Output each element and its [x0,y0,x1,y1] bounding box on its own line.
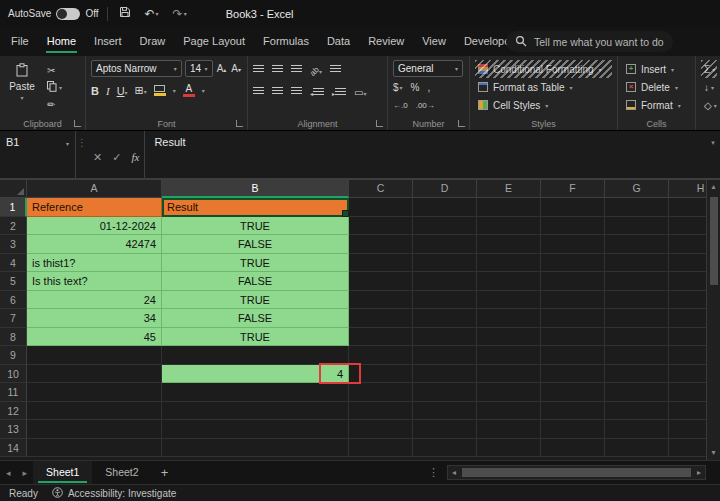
horizontal-scroll-thumb[interactable] [462,468,691,477]
percent-style-button[interactable]: % [411,82,420,93]
cell-b7[interactable]: FALSE [162,309,349,328]
align-right-icon[interactable] [291,87,302,95]
sheet-nav-left-icon[interactable]: ◂ [0,468,17,478]
paste-button[interactable]: Paste ▾ [5,60,39,116]
accounting-format-button[interactable]: $▾ [393,82,403,93]
cell-f3[interactable] [541,235,605,254]
cell-f11[interactable] [541,383,605,402]
formula-bar-expand-chevron[interactable]: ▾ [706,131,720,178]
cell-e2[interactable] [477,217,541,236]
underline-button[interactable]: U▾ [117,85,128,97]
cell-c4[interactable] [349,254,413,273]
cell-c6[interactable] [349,291,413,310]
cell-f14[interactable] [541,439,605,458]
column-header-e[interactable]: E [477,180,541,198]
tab-file[interactable]: File [2,27,38,56]
cell-e6[interactable] [477,291,541,310]
decrease-indent-button[interactable]: ◂ [310,82,324,100]
align-middle-icon[interactable] [272,65,283,73]
cell-c12[interactable] [349,402,413,421]
select-all-corner[interactable] [0,180,27,198]
merge-center-button[interactable]: ▭▾ [354,82,366,100]
cell-b14[interactable] [162,439,349,458]
cell-c9[interactable] [349,346,413,365]
row-header-8[interactable]: 8 [0,328,27,347]
column-header-b[interactable]: B [162,180,349,198]
cell-c2[interactable] [349,217,413,236]
undo-button[interactable]: ↶▾ [142,7,162,21]
horizontal-scrollbar[interactable]: ◂ ▸ [447,465,706,480]
cell-a12[interactable] [27,402,162,421]
cell-b12[interactable] [162,402,349,421]
cell-g2[interactable] [605,217,669,236]
align-top-icon[interactable] [253,65,264,73]
column-header-c[interactable]: C [349,180,413,198]
cell-c10[interactable] [349,365,413,384]
tab-home[interactable]: Home [38,27,85,56]
row-header-7[interactable]: 7 [0,309,27,328]
cell-d12[interactable] [413,402,477,421]
clear-button[interactable]: ◇▾ [701,96,717,114]
cell-a8[interactable]: 45 [27,328,162,347]
font-size-combobox[interactable]: 14 ▾ [185,60,213,77]
cell-e5[interactable] [477,272,541,291]
cell-f1[interactable] [541,198,605,217]
tab-formulas[interactable]: Formulas [254,27,318,56]
cell-e8[interactable] [477,328,541,347]
italic-button[interactable]: I [106,85,110,97]
sheet-tab-sheet2[interactable]: Sheet2 [92,461,151,484]
cell-e10[interactable] [477,365,541,384]
cell-c8[interactable] [349,328,413,347]
format-as-table-button[interactable]: Format as Table ▾ [475,78,612,96]
cell-b2[interactable]: TRUE [162,217,349,236]
cell-a1[interactable]: Reference [27,198,162,217]
status-mode[interactable]: Ready [9,488,38,499]
cell-b13[interactable] [162,420,349,439]
formula-bar-drag-handle[interactable]: ⋮ [76,131,88,178]
redo-button[interactable]: ↷▾ [170,7,190,21]
row-header-14[interactable]: 14 [0,439,27,458]
cell-c14[interactable] [349,439,413,458]
cell-b5[interactable]: FALSE [162,272,349,291]
copy-button[interactable]: ▾ [47,81,62,93]
row-header-10[interactable]: 10 [0,365,27,384]
cell-g14[interactable] [605,439,669,458]
scroll-up-arrow-icon[interactable]: ▴ [711,180,715,194]
vertical-scroll-thumb[interactable] [710,197,718,285]
cell-g12[interactable] [605,402,669,421]
cell-d2[interactable] [413,217,477,236]
column-header-f[interactable]: F [541,180,605,198]
cell-d11[interactable] [413,383,477,402]
fill-color-button[interactable] [154,85,166,96]
autosave-toggle[interactable] [56,8,80,20]
column-header-a[interactable]: A [27,180,162,198]
cell-g11[interactable] [605,383,669,402]
row-header-1[interactable]: 1 [0,198,27,217]
cell-e9[interactable] [477,346,541,365]
enter-entry-button[interactable]: ✓ [107,131,126,178]
orientation-button[interactable]: ab▾ [310,60,322,78]
cell-e13[interactable] [477,420,541,439]
cell-d8[interactable] [413,328,477,347]
cell-d5[interactable] [413,272,477,291]
cell-b3[interactable]: FALSE [162,235,349,254]
conditional-formatting-button[interactable]: Conditional Formatting ▾ [475,60,612,78]
cell-c7[interactable] [349,309,413,328]
cell-d4[interactable] [413,254,477,273]
insert-cells-button[interactable]: + Insert ▾ [623,60,690,78]
row-header-9[interactable]: 9 [0,346,27,365]
cell-e3[interactable] [477,235,541,254]
delete-cells-button[interactable]: × Delete ▾ [623,78,690,96]
cell-b1[interactable]: Result [162,198,349,217]
row-header-13[interactable]: 13 [0,420,27,439]
cell-g1[interactable] [605,198,669,217]
cell-a5[interactable]: Is this text? [27,272,162,291]
cell-c5[interactable] [349,272,413,291]
cell-d1[interactable] [413,198,477,217]
cell-g8[interactable] [605,328,669,347]
column-header-g[interactable]: G [605,180,669,198]
font-color-button[interactable]: A [183,84,195,97]
cell-g5[interactable] [605,272,669,291]
cell-a3[interactable]: 42474 [27,235,162,254]
decrease-decimal-button[interactable]: .00→ [416,101,435,110]
